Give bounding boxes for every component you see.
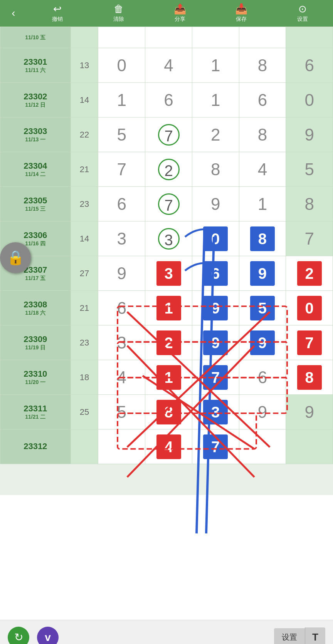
draw-date: 11/19 日 (0, 344, 71, 351)
row-id-cell: 2330411/14 二 (0, 152, 71, 187)
num-cell-2: 0 (192, 221, 239, 256)
num-cell-3: 9 (239, 325, 286, 360)
table-row: 2330911/19 日2332997 (0, 325, 333, 360)
num-cell-0: 3 (98, 221, 145, 256)
row-id-cell: 2330511/15 三 (0, 187, 71, 221)
lock-overlay[interactable]: 🔒 (0, 242, 31, 273)
undo-label: 撤销 (52, 16, 63, 23)
num-cell (239, 27, 286, 48)
undo-button[interactable]: ↩ 撤销 (44, 3, 71, 23)
num-cell-2: 1 (192, 48, 239, 83)
table-row: 2331011/20 一1841768 (0, 360, 333, 395)
draw-date: 11/17 五 (0, 275, 71, 282)
share-button[interactable]: 📤 分享 (166, 3, 193, 23)
num-cell-0: 9 (98, 256, 145, 291)
bottom-left: ↻ v (8, 627, 59, 644)
sum-cell: 21 (71, 291, 98, 325)
draw-date: 11/12 日 (0, 102, 71, 108)
num-cell-0: 4 (98, 360, 145, 395)
bottom-settings-button[interactable]: 设置 (274, 628, 305, 644)
draw-date: 11/11 六 (0, 67, 71, 74)
bottom-bar: ↻ v 设置 T (0, 620, 333, 644)
num-cell-1: 1 (145, 291, 192, 325)
sum-cell: 18 (71, 360, 98, 395)
draw-num: 23304 (0, 161, 71, 171)
save-label: 保存 (236, 16, 247, 23)
num-cell-2: 8 (192, 152, 239, 187)
draw-date: 11/18 六 (0, 310, 71, 316)
blue-num: 9 (250, 261, 275, 286)
table-row: 2330511/15 三2367918 (0, 187, 333, 221)
num-cell-3: 6 (239, 83, 286, 117)
lottery-table: 11/10 五 2330111/11 六13041862330211/12 日1… (0, 27, 333, 464)
num-cell-0: 6 (98, 187, 145, 221)
t-label: T (312, 631, 318, 643)
num-cell-4: 8 (286, 360, 333, 395)
num-cell-3 (239, 429, 286, 464)
num-cell-1: 8 (145, 395, 192, 429)
toolbar-actions: ↩ 撤销 🗑 清除 📤 分享 📥 保存 ⊙ 设置 (27, 3, 333, 23)
red-num: 4 (156, 434, 181, 459)
blue-num: 5 (250, 296, 275, 320)
toolbar: ‹ ↩ 撤销 🗑 清除 📤 分享 📥 保存 ⊙ 设置 (0, 0, 333, 27)
table-row: 2330211/12 日1416160 (0, 83, 333, 117)
save-button[interactable]: 📥 保存 (228, 3, 255, 23)
blue-num: 9 (203, 296, 228, 320)
blue-num: 6 (203, 261, 228, 286)
red-num: 3 (156, 261, 181, 286)
table-footer (0, 464, 333, 495)
main-content: 🔒 (0, 27, 333, 620)
row-id-cell: 11/10 五 (0, 27, 71, 48)
table-row: 2330611/16 四1433087 (0, 221, 333, 256)
settings-button[interactable]: ⊙ 设置 (289, 3, 316, 23)
num-cell-3: 5 (239, 291, 286, 325)
num-cell-0: 5 (98, 395, 145, 429)
num-cell-4: 2 (286, 256, 333, 291)
row-id-cell: 2330911/19 日 (0, 325, 71, 360)
table-row: 2330711/17 五2793692 (0, 256, 333, 291)
num-cell-0: 3 (98, 325, 145, 360)
num-cell-3: 4 (239, 152, 286, 187)
t-button[interactable]: T (305, 627, 325, 644)
bottom-settings-label: 设置 (282, 633, 297, 641)
refresh-button[interactable]: ↻ (8, 627, 29, 644)
sum-cell (71, 429, 98, 464)
draw-num: 23308 (0, 300, 71, 310)
lock-icon: 🔒 (7, 250, 24, 266)
row-id-cell: 2330311/13 一 (0, 117, 71, 152)
blue-num: 0 (203, 226, 228, 251)
draw-num: 23312 (0, 441, 71, 451)
sum-cell (71, 27, 98, 48)
sum-cell: 13 (71, 48, 98, 83)
red-num: 1 (156, 296, 181, 320)
num-cell-2: 1 (192, 83, 239, 117)
table-row: 2331111/21 二2558399 (0, 395, 333, 429)
draw-num: 23306 (0, 230, 71, 240)
num-cell-3: 1 (239, 187, 286, 221)
num-cell-1: 2 (145, 152, 192, 187)
draw-date: 11/13 一 (0, 136, 71, 143)
refresh-icon: ↻ (14, 631, 23, 644)
back-icon: ‹ (12, 7, 15, 19)
red-num: 0 (297, 296, 322, 320)
sum-cell: 25 (71, 395, 98, 429)
draw-num: 23309 (0, 334, 71, 344)
logo-button[interactable]: v (37, 627, 59, 644)
draw-date: 11/20 一 (0, 379, 71, 386)
clear-button[interactable]: 🗑 清除 (105, 3, 132, 23)
num-cell-1: 1 (145, 360, 192, 395)
num-cell-0: 5 (98, 117, 145, 152)
num-cell-2: 9 (192, 325, 239, 360)
num-cell-4: 9 (286, 117, 333, 152)
red-num: 2 (297, 261, 322, 286)
draw-num: 23311 (0, 404, 71, 414)
num-cell-1: 3 (145, 221, 192, 256)
table-row-top: 11/10 五 (0, 27, 333, 48)
num-cell-3: 9 (239, 395, 286, 429)
num-cell-1: 4 (145, 48, 192, 83)
draw-num: 23310 (0, 369, 71, 379)
sum-cell: 14 (71, 221, 98, 256)
back-button[interactable]: ‹ (0, 7, 27, 19)
circled-num: 3 (158, 228, 180, 250)
table-row: 2330811/18 六2161950 (0, 291, 333, 325)
